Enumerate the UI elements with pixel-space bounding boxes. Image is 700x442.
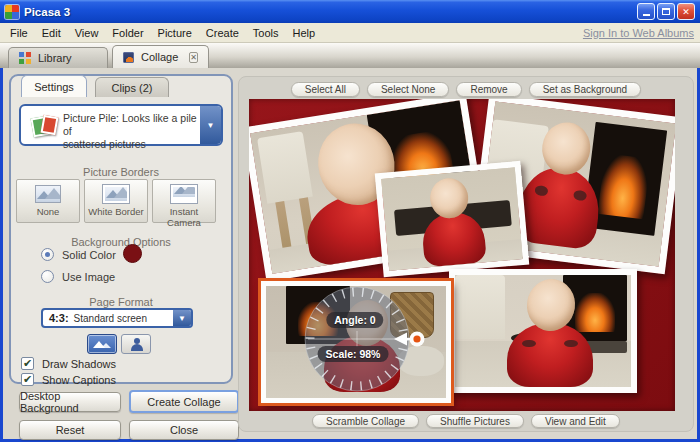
scale-readout: Scale: 98% xyxy=(318,346,389,362)
tab-library-label: Library xyxy=(38,52,72,64)
background-color-swatch[interactable] xyxy=(123,244,142,263)
menu-picture[interactable]: Picture xyxy=(151,25,199,41)
picture-pile-icon xyxy=(31,114,55,136)
select-all-button[interactable]: Select All xyxy=(291,82,360,97)
menu-tools[interactable]: Tools xyxy=(246,25,286,41)
armchair xyxy=(455,275,505,339)
page-format-heading: Page Format xyxy=(11,296,231,308)
border-white-icon xyxy=(103,185,129,203)
page-format-dropdown[interactable]: 4:3: Standard screen ▼ xyxy=(41,308,193,328)
chevron-down-icon[interactable]: ▼ xyxy=(200,106,221,144)
close-button[interactable]: ✕ xyxy=(677,3,695,20)
collage-style-value: Picture Pile: Looks like a pile of scatt… xyxy=(63,112,197,151)
minimize-button[interactable] xyxy=(637,3,655,20)
collage-style-dropdown[interactable]: Picture Pile: Looks like a pile of scatt… xyxy=(19,104,223,146)
maximize-button[interactable] xyxy=(657,3,675,20)
menu-help[interactable]: Help xyxy=(286,25,323,41)
tab-close-icon[interactable]: ✕ xyxy=(189,52,198,63)
tab-clips[interactable]: Clips (2) xyxy=(95,77,169,97)
show-captions-checkbox[interactable]: ✔ Show Captions xyxy=(21,373,116,386)
picasa-logo-icon xyxy=(5,5,19,19)
checkbox-checked-icon: ✔ xyxy=(21,357,34,370)
border-option-instant[interactable]: Instant Camera xyxy=(152,179,216,223)
app-window: Picasa 3 ✕ File Edit View Folder Picture… xyxy=(0,0,700,442)
set-as-background-button[interactable]: Set as Background xyxy=(529,82,642,97)
collage-photo-icon xyxy=(123,52,134,63)
border-instant-icon xyxy=(171,185,197,203)
maximize-icon xyxy=(662,8,670,15)
landscape-orientation-button[interactable] xyxy=(87,334,117,354)
border-option-none[interactable]: None xyxy=(16,179,80,223)
orientation-buttons xyxy=(87,334,151,354)
background-options-heading: Background Options xyxy=(11,236,231,248)
picture-borders-heading: Picture Borders xyxy=(11,166,231,178)
create-collage-button[interactable]: Create Collage xyxy=(129,390,239,413)
collage-canvas[interactable]: Angle: 0 Scale: 98% xyxy=(249,99,675,411)
collage-photo-5[interactable] xyxy=(449,269,637,393)
radio-unselected-icon xyxy=(41,270,54,283)
cushion xyxy=(398,346,444,376)
draw-shadows-checkbox[interactable]: ✔ Draw Shadows xyxy=(21,357,116,370)
remove-button[interactable]: Remove xyxy=(456,82,521,97)
selection-button-row: Select All Select None Remove Set as Bac… xyxy=(239,82,693,97)
collage-photo-2[interactable] xyxy=(375,161,530,277)
radio-selected-icon xyxy=(41,248,54,261)
desktop-background-button[interactable]: Desktop Background xyxy=(19,392,121,412)
border-none-icon xyxy=(35,185,61,203)
angle-readout: Angle: 0 xyxy=(326,312,383,328)
title-bar: Picasa 3 ✕ xyxy=(0,0,700,23)
portrait-orientation-button[interactable] xyxy=(121,334,151,354)
view-tab-strip: Library Collage ✕ xyxy=(0,43,700,68)
content-area: Settings Clips (2) Picture Pile: Looks l… xyxy=(3,68,697,439)
window-title: Picasa 3 xyxy=(24,6,70,18)
reset-button[interactable]: Reset xyxy=(19,420,121,440)
checkbox-checked-icon: ✔ xyxy=(21,373,34,386)
menu-file[interactable]: File xyxy=(3,25,35,41)
tab-collage-label: Collage xyxy=(141,51,178,63)
tab-settings[interactable]: Settings xyxy=(21,75,87,97)
settings-panel: Settings Clips (2) Picture Pile: Looks l… xyxy=(9,74,233,384)
close-collage-button[interactable]: Close xyxy=(129,420,239,440)
shuffle-pictures-button[interactable]: Shuffle Pictures xyxy=(426,414,524,428)
border-option-white[interactable]: White Border xyxy=(84,179,148,223)
collage-workspace: Select All Select None Remove Set as Bac… xyxy=(238,76,694,432)
library-grid-icon xyxy=(19,52,31,64)
menu-bar: File Edit View Folder Picture Create Too… xyxy=(0,23,700,43)
menu-folder[interactable]: Folder xyxy=(105,25,150,41)
scramble-collage-button[interactable]: Scramble Collage xyxy=(312,414,419,428)
view-and-edit-button[interactable]: View and Edit xyxy=(531,414,620,428)
select-none-button[interactable]: Select None xyxy=(367,82,449,97)
minimize-icon xyxy=(643,14,650,16)
tab-library[interactable]: Library xyxy=(8,47,108,68)
sign-in-link[interactable]: Sign In to Web Albums xyxy=(583,27,697,39)
rotation-handle[interactable] xyxy=(407,331,425,349)
radio-solid-color[interactable]: Solid Color xyxy=(41,248,116,261)
collage-action-row: Scramble Collage Shuffle Pictures View a… xyxy=(239,414,693,428)
menu-view[interactable]: View xyxy=(68,25,106,41)
radio-use-image[interactable]: Use Image xyxy=(41,270,115,283)
menu-edit[interactable]: Edit xyxy=(35,25,68,41)
baby-coat xyxy=(507,323,593,387)
menu-create[interactable]: Create xyxy=(199,25,246,41)
tab-collage[interactable]: Collage ✕ xyxy=(112,45,209,68)
chevron-down-icon[interactable]: ▼ xyxy=(173,310,191,326)
close-icon: ✕ xyxy=(682,7,690,17)
